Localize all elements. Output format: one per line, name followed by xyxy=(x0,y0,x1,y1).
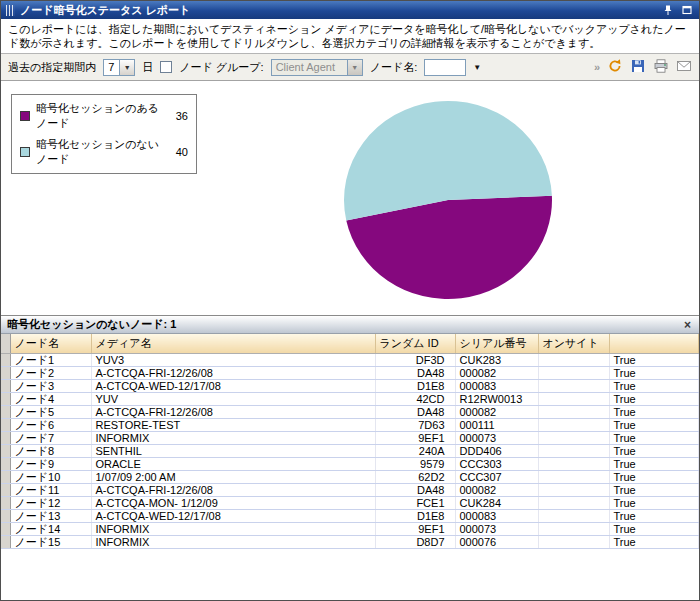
row-selector[interactable] xyxy=(1,367,10,380)
table-cell: 000082 xyxy=(455,484,538,497)
table-cell: 9EF1 xyxy=(375,432,455,445)
pie-chart[interactable] xyxy=(338,96,558,306)
table-cell: True xyxy=(609,367,699,380)
period-unit-label: 日 xyxy=(142,60,153,75)
maximize-icon[interactable] xyxy=(680,4,694,16)
column-header[interactable] xyxy=(609,334,699,354)
legend-swatch-encrypted xyxy=(20,111,30,121)
table-cell: 000073 xyxy=(455,432,538,445)
table-row[interactable]: ノード3A-CTCQA-WED-12/17/08D1E8000083True xyxy=(1,380,699,393)
table-cell: 62D2 xyxy=(375,471,455,484)
row-selector[interactable] xyxy=(1,484,10,497)
node-group-checkbox[interactable] xyxy=(160,61,172,73)
save-icon[interactable] xyxy=(630,58,646,76)
table-row[interactable]: ノード15INFORMIXD8D7000076True xyxy=(1,536,699,549)
table-cell: A-CTCQA-FRI-12/26/08 xyxy=(91,367,375,380)
table-cell xyxy=(538,432,609,445)
row-selector[interactable] xyxy=(1,354,10,367)
table-cell: ノード14 xyxy=(10,523,91,536)
refresh-icon[interactable] xyxy=(607,58,623,76)
column-header[interactable]: ランダム ID xyxy=(375,334,455,354)
row-selector[interactable] xyxy=(1,445,10,458)
node-name-dropdown-arrow-icon[interactable]: ▼ xyxy=(473,63,481,72)
table-cell: ノード1 xyxy=(10,354,91,367)
row-selector[interactable] xyxy=(1,471,10,484)
table-row[interactable]: ノード4YUV42CDR12RW0013True xyxy=(1,393,699,406)
table-cell: 000111 xyxy=(455,419,538,432)
table-row[interactable]: ノード9ORACLE9579CCC303True xyxy=(1,458,699,471)
table-row[interactable]: ノード6RESTORE-TEST7D63000111True xyxy=(1,419,699,432)
row-selector[interactable] xyxy=(1,393,10,406)
node-name-input[interactable] xyxy=(424,59,466,76)
table-cell: True xyxy=(609,354,699,367)
column-header[interactable]: メディア名 xyxy=(91,334,375,354)
row-selector[interactable] xyxy=(1,380,10,393)
table-cell: YUV xyxy=(91,393,375,406)
table-cell: True xyxy=(609,432,699,445)
table-cell xyxy=(538,510,609,523)
table-row[interactable]: ノード13A-CTCQA-WED-12/17/08D1E8000083True xyxy=(1,510,699,523)
table-cell: ノード13 xyxy=(10,510,91,523)
table-row[interactable]: ノード8SENTHIL240ADDD406True xyxy=(1,445,699,458)
row-selector[interactable] xyxy=(1,432,10,445)
row-selector[interactable] xyxy=(1,523,10,536)
pin-icon[interactable] xyxy=(661,4,675,16)
table-row[interactable]: ノード12A-CTCQA-MON- 1/12/09FCE1CUK284True xyxy=(1,497,699,510)
filter-toolbar: 過去の指定期間内 7 ▼ 日 ノード グループ: Client Agent ▼ … xyxy=(1,54,699,81)
node-name-label: ノード名: xyxy=(370,60,418,75)
column-header[interactable]: オンサイト xyxy=(538,334,609,354)
table-cell: DA48 xyxy=(375,367,455,380)
toolbar-overflow-icon[interactable]: » xyxy=(594,61,600,73)
grip-icon xyxy=(6,5,15,16)
print-icon[interactable] xyxy=(653,58,669,76)
row-selector[interactable] xyxy=(1,510,10,523)
table-cell: True xyxy=(609,523,699,536)
table-cell: D1E8 xyxy=(375,380,455,393)
table-row[interactable]: ノード7INFORMIX9EF1000073True xyxy=(1,432,699,445)
table-cell xyxy=(538,458,609,471)
table-row[interactable]: ノード1YUV3DF3DCUK283True xyxy=(1,354,699,367)
email-icon[interactable] xyxy=(676,58,692,76)
legend-item-encrypted[interactable]: 暗号化セッションのあるノード 36 xyxy=(20,101,188,131)
table-cell: True xyxy=(609,406,699,419)
table-cell: D8D7 xyxy=(375,536,455,549)
table-cell: 7D63 xyxy=(375,419,455,432)
table-row[interactable]: ノード14INFORMIX9EF1000073True xyxy=(1,523,699,536)
table-cell: DF3D xyxy=(375,354,455,367)
row-selector[interactable] xyxy=(1,419,10,432)
row-selector[interactable] xyxy=(1,536,10,549)
row-selector-header xyxy=(1,334,10,354)
table-cell: ORACLE xyxy=(91,458,375,471)
table-row[interactable]: ノード101/07/09 2:00 AM62D2CCC307True xyxy=(1,471,699,484)
table-cell: RESTORE-TEST xyxy=(91,419,375,432)
table-cell: D1E8 xyxy=(375,510,455,523)
table-cell: A-CTCQA-FRI-12/26/08 xyxy=(91,484,375,497)
table-row[interactable]: ノード11A-CTCQA-FRI-12/26/08DA48000082True xyxy=(1,484,699,497)
table-cell: R12RW0013 xyxy=(455,393,538,406)
table-cell: True xyxy=(609,393,699,406)
table-row[interactable]: ノード2A-CTCQA-FRI-12/26/08DA48000082True xyxy=(1,367,699,380)
chevron-down-icon[interactable]: ▼ xyxy=(119,60,134,75)
table-cell: 240A xyxy=(375,445,455,458)
table-cell: ノード6 xyxy=(10,419,91,432)
table-cell xyxy=(538,354,609,367)
row-selector[interactable] xyxy=(1,406,10,419)
report-description: このレポートには、指定した期間においてデスティネーション メディアにデータを暗号… xyxy=(1,19,699,54)
table-cell: 000083 xyxy=(455,380,538,393)
table-cell: INFORMIX xyxy=(91,432,375,445)
table-cell: DA48 xyxy=(375,484,455,497)
row-selector[interactable] xyxy=(1,497,10,510)
close-icon[interactable]: × xyxy=(682,318,693,332)
table-cell: 1/07/09 2:00 AM xyxy=(91,471,375,484)
row-selector[interactable] xyxy=(1,458,10,471)
report-window: ノード暗号化ステータス レポート このレポートには、指定した期間においてデスティ… xyxy=(0,0,700,601)
table-cell: ノード3 xyxy=(10,380,91,393)
table-row[interactable]: ノード5A-CTCQA-FRI-12/26/08DA48000082True xyxy=(1,406,699,419)
column-header[interactable]: シリアル番号 xyxy=(455,334,538,354)
table-cell: 42CD xyxy=(375,393,455,406)
table-cell: 9EF1 xyxy=(375,523,455,536)
legend-item-unencrypted[interactable]: 暗号化セッションのないノード 40 xyxy=(20,137,188,167)
table-cell: CUK284 xyxy=(455,497,538,510)
column-header[interactable]: ノード名 xyxy=(10,334,91,354)
period-dropdown[interactable]: 7 ▼ xyxy=(103,59,135,76)
